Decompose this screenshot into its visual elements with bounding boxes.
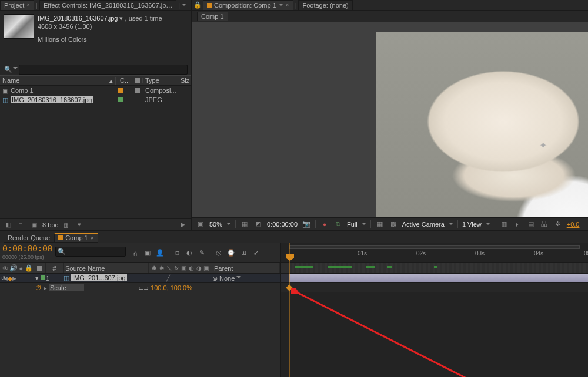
- twirl-property-icon[interactable]: ▸: [44, 284, 47, 292]
- 3d-icon[interactable]: ▣: [202, 265, 210, 271]
- toggle-alpha-icon[interactable]: ▩: [389, 220, 398, 229]
- composition-viewer[interactable]: ✦: [192, 22, 588, 217]
- chevron-down-icon[interactable]: [449, 223, 453, 227]
- project-item-image[interactable]: IMG_20180316_163607.jpg JPEG: [0, 95, 191, 105]
- view-layout-icon[interactable]: ▦: [375, 220, 385, 229]
- current-time-indicator[interactable]: [289, 243, 290, 377]
- time-scrubber[interactable]: [286, 254, 294, 261]
- flowchart-icon[interactable]: 品: [540, 220, 549, 229]
- video-toggle-icon[interactable]: 👁: [2, 265, 9, 272]
- magnify-icon[interactable]: ▣: [196, 220, 205, 229]
- timeline-tracks[interactable]: 01s 02s 03s 04s 05: [281, 243, 588, 377]
- scale-property-row[interactable]: ⏱ ▸ Scale ⊂⊃ 100.0, 100.0%: [0, 283, 280, 292]
- col-index[interactable]: #: [46, 263, 64, 273]
- close-icon[interactable]: ×: [286, 2, 289, 8]
- interpret-footage-icon[interactable]: ◧: [4, 220, 13, 230]
- tab-footage[interactable]: Footage: (none): [298, 0, 352, 11]
- layer-track[interactable]: [281, 274, 588, 283]
- flowchart-icon[interactable]: [135, 88, 140, 93]
- zoom-value[interactable]: 50%: [209, 221, 222, 228]
- comp-mini-flow-icon[interactable]: ⎌: [131, 248, 140, 258]
- chevron-down-icon[interactable]: [226, 223, 231, 227]
- quality-value[interactable]: Full: [347, 221, 358, 228]
- tab-project[interactable]: Project ×: [0, 0, 34, 11]
- comp-sub-tab[interactable]: Comp 1: [197, 12, 228, 21]
- time-ruler[interactable]: 01s 02s 03s 04s 05: [281, 243, 588, 263]
- tab-composition[interactable]: Composition: Comp 1 ×: [203, 0, 293, 11]
- motion-blur-icon[interactable]: ◐: [185, 248, 194, 258]
- close-icon[interactable]: ×: [26, 2, 30, 8]
- search-icon[interactable]: 🔍: [4, 66, 13, 73]
- current-time[interactable]: 0:00:00:00: [2, 244, 51, 254]
- collapse-icon[interactable]: ✱: [158, 265, 166, 271]
- search-dropdown-icon[interactable]: ▾: [75, 220, 84, 230]
- asset-dropdown-icon[interactable]: ▾: [119, 15, 125, 22]
- prev-keyframe-icon[interactable]: ◀: [4, 275, 8, 281]
- close-icon[interactable]: ×: [91, 235, 94, 241]
- asset-thumbnail[interactable]: [4, 14, 34, 39]
- lock-toggle-icon[interactable]: 🔒: [25, 264, 33, 272]
- camera-value[interactable]: Active Camera: [402, 221, 445, 228]
- frame-blend-icon[interactable]: ▣: [181, 265, 188, 271]
- col-source-name[interactable]: Source Name: [64, 263, 149, 273]
- audio-toggle-icon[interactable]: 🔊: [9, 264, 18, 272]
- brainstorm-icon[interactable]: ✎: [197, 248, 206, 258]
- next-keyframe-icon[interactable]: ▶: [12, 275, 16, 281]
- scroll-right-icon[interactable]: ▶: [178, 220, 188, 230]
- lock-icon[interactable]: 🔒: [192, 1, 203, 10]
- add-keyframe-icon[interactable]: ◆: [8, 275, 12, 282]
- trash-icon[interactable]: 🗑: [62, 220, 71, 230]
- timeline-icon[interactable]: ▤: [526, 220, 536, 229]
- views-value[interactable]: 1 View: [462, 221, 482, 228]
- scale-track[interactable]: [281, 283, 588, 292]
- col-parent[interactable]: Parent: [212, 263, 280, 273]
- adjustment-icon[interactable]: ◑: [195, 265, 203, 271]
- constrain-icon[interactable]: ⊂⊃: [138, 284, 149, 292]
- anchor-point-icon[interactable]: ✦: [539, 140, 547, 151]
- col-label[interactable]: C...: [116, 77, 132, 84]
- search-input[interactable]: [19, 65, 188, 75]
- viewer-time[interactable]: 0:00:00:00: [267, 221, 298, 228]
- work-area-bar[interactable]: [289, 245, 580, 249]
- solo-toggle-icon[interactable]: ●: [18, 265, 25, 272]
- col-size[interactable]: Siz: [178, 77, 191, 84]
- col-name[interactable]: Name ▴: [0, 77, 116, 85]
- frame-blend-icon[interactable]: ⧉: [172, 248, 182, 258]
- mask-icon[interactable]: ◩: [253, 220, 263, 229]
- work-area-track[interactable]: [281, 263, 588, 274]
- fast-preview-icon[interactable]: ⏵: [513, 220, 522, 229]
- fx-icon[interactable]: fx: [173, 265, 181, 271]
- tab-effect-controls[interactable]: Effect Controls: IMG_20180316_163607.jp…: [39, 0, 176, 11]
- timeline-search-input[interactable]: 🔍: [55, 247, 126, 257]
- project-item-comp[interactable]: Comp 1 Composi...: [0, 86, 191, 95]
- bit-depth[interactable]: 8 bpc: [42, 221, 58, 228]
- col-label[interactable]: [35, 263, 46, 273]
- chevron-down-icon[interactable]: [362, 223, 366, 227]
- timecode-box[interactable]: 0:00:00:00 00000 (25.00 fps): [0, 243, 53, 262]
- hide-shy-icon[interactable]: 👤: [155, 248, 165, 258]
- snapshot-icon[interactable]: 📷: [302, 220, 311, 229]
- grid-icon[interactable]: ▦: [240, 220, 249, 229]
- shy-icon[interactable]: ✱: [151, 265, 158, 271]
- search-dropdown-icon[interactable]: [13, 67, 18, 72]
- channel-red-icon[interactable]: ●: [320, 220, 329, 229]
- col-label-color[interactable]: [132, 78, 143, 83]
- pixel-aspect-icon[interactable]: ▥: [499, 220, 509, 229]
- col-type[interactable]: Type: [143, 77, 178, 84]
- tab-render-queue[interactable]: Render Queue: [4, 233, 54, 243]
- auto-keyframe-icon[interactable]: ◎: [214, 248, 223, 258]
- scale-value[interactable]: 100.0, 100.0%: [151, 284, 192, 291]
- snap-icon[interactable]: ⊞: [239, 248, 248, 258]
- expand-icon[interactable]: ⤢: [251, 248, 260, 258]
- draft3d-icon[interactable]: ▣: [143, 248, 152, 258]
- quality-icon[interactable]: ＼: [165, 264, 173, 272]
- reset-exposure-icon[interactable]: ✲: [553, 220, 563, 229]
- new-folder-icon[interactable]: 🗀: [16, 220, 26, 230]
- layer-bar[interactable]: [289, 274, 588, 282]
- motion-blur-icon[interactable]: ◐: [188, 265, 195, 271]
- tab-timeline-comp[interactable]: Comp 1 ×: [54, 233, 98, 243]
- panel-menu-icon[interactable]: [182, 4, 186, 8]
- new-comp-icon[interactable]: ▣: [29, 220, 39, 230]
- stopwatch-icon[interactable]: ⏱: [35, 284, 42, 291]
- chevron-down-icon[interactable]: [279, 4, 283, 8]
